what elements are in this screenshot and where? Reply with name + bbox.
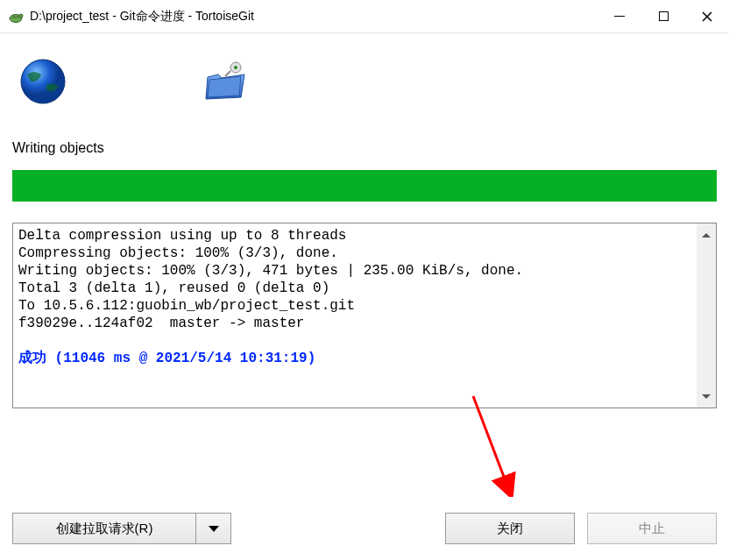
button-row: 创建拉取请求(R) 关闭 中止: [12, 513, 717, 544]
output-line: To 10.5.6.112:guobin_wb/project_test.git: [18, 298, 355, 314]
window-close-button[interactable]: [685, 0, 729, 33]
scroll-up-button[interactable]: [698, 227, 714, 243]
success-detail: (11046 ms @ 2021/5/14 10:31:19): [55, 351, 316, 366]
pull-request-dropdown-button[interactable]: [196, 513, 231, 544]
status-label: Writing objects: [0, 121, 729, 165]
chevron-down-icon: [209, 526, 219, 532]
success-label: 成功: [18, 351, 46, 366]
svg-point-5: [234, 66, 237, 69]
output-log: Delta compression using up to 8 threads …: [12, 223, 717, 408]
output-text[interactable]: Delta compression using up to 8 threads …: [13, 223, 697, 408]
titlebar: D:\project_test - Git命令进度 - TortoiseGit: [0, 0, 729, 33]
svg-point-1: [19, 14, 23, 18]
close-button[interactable]: 关闭: [445, 513, 575, 544]
output-line: Compressing objects: 100% (3/3), done.: [18, 245, 338, 261]
minimize-button[interactable]: [598, 0, 641, 33]
output-line: f39029e..124af02 master -> master: [18, 315, 304, 331]
window-controls: [598, 0, 729, 33]
output-line: Total 3 (delta 1), reused 0 (delta 0): [18, 280, 329, 296]
folder-transfer-icon: [196, 51, 258, 112]
progress-bar: [12, 170, 717, 202]
maximize-button[interactable]: [641, 0, 685, 33]
globe-icon: [12, 51, 74, 112]
abort-button: 中止: [587, 513, 717, 544]
output-line: Writing objects: 100% (3/3), 471 bytes |…: [18, 263, 523, 279]
icon-row: [0, 33, 729, 121]
window-title: D:\project_test - Git命令进度 - TortoiseGit: [30, 9, 598, 25]
tortoise-icon: [7, 8, 25, 25]
output-line: Delta compression using up to 8 threads: [18, 228, 346, 244]
scroll-down-button[interactable]: [698, 388, 714, 404]
output-scrollbar[interactable]: [697, 223, 716, 408]
create-pull-request-button[interactable]: 创建拉取请求(R): [12, 513, 196, 544]
svg-line-6: [473, 396, 508, 488]
